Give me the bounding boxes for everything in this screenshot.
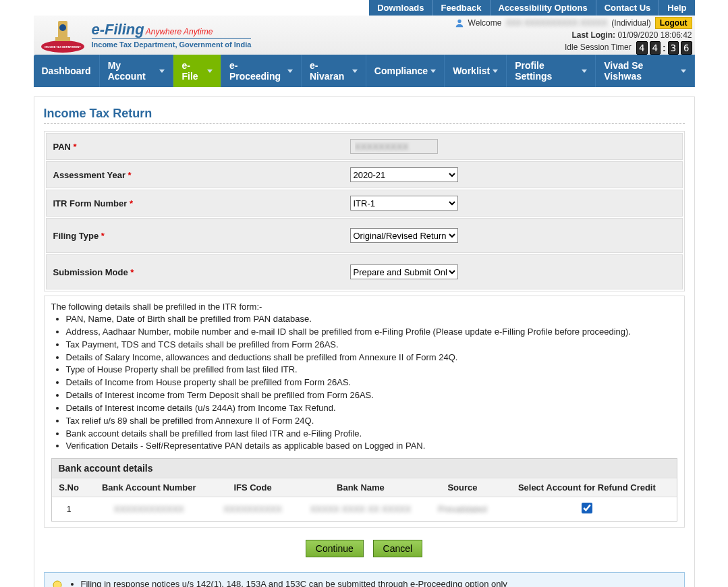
svg-text:INCOME TAX DEPARTMENT: INCOME TAX DEPARTMENT [45, 45, 81, 49]
bank-col: S.No [52, 478, 86, 497]
nav-e-file[interactable]: e-File [173, 55, 221, 87]
bank-col: Bank Account Number [86, 478, 212, 497]
info-intro: The following details shall be prefilled… [51, 302, 677, 312]
svg-point-3 [59, 24, 66, 31]
cancel-button[interactable]: Cancel [373, 540, 423, 557]
bank-table: S.NoBank Account NumberIFS CodeBank Name… [52, 478, 677, 521]
util-link-downloads[interactable]: Downloads [369, 0, 432, 16]
bank-heading: Bank account details [52, 459, 677, 478]
brand-subtitle: Income Tax Department, Government of Ind… [92, 38, 252, 49]
idle-timer-label: Idle Session Timer [565, 43, 632, 52]
info-block: The following details shall be prefilled… [44, 296, 685, 528]
info-item: PAN, Name, Date of Birth shall be prefil… [66, 313, 677, 326]
ay-select[interactable]: 2020-21 [350, 167, 458, 182]
util-link-help[interactable]: Help [659, 0, 694, 16]
nav-worklist[interactable]: Worklist [445, 55, 507, 87]
chevron-down-icon [352, 69, 358, 73]
page-title: Income Tax Return [44, 107, 685, 124]
user-name: XXX XXXXXXXXXX XXXXX [505, 18, 607, 28]
info-item: Tax Payment, TDS and TCS details shall b… [66, 339, 677, 352]
info-item: Bank account details shall be prefilled … [66, 428, 677, 441]
info-item: Details of Interest income details (u/s … [66, 402, 677, 415]
nav-e-nivaran[interactable]: e-Nivaran [302, 55, 366, 87]
user-icon [455, 18, 464, 28]
row-filing: Filing Type * Original/Revised Return [46, 218, 683, 253]
info-item: Tax relief u/s 89 shall be prefilled fro… [66, 415, 677, 428]
brand-title: e-FilingAnywhere Anytime [92, 22, 252, 37]
row-itr: ITR Form Number * ITR-1 [46, 190, 683, 217]
util-link-feedback[interactable]: Feedback [433, 0, 491, 16]
chevron-down-icon [430, 69, 436, 73]
tips-list: Filing in response notices u/s 142(1), 1… [69, 578, 675, 587]
idle-timer: 4 4 : 3 6 [636, 41, 692, 55]
svg-point-6 [53, 581, 61, 587]
last-login-value: 01/09/2020 18:06:42 [617, 30, 692, 40]
bulb-icon [51, 580, 63, 587]
chevron-down-icon [159, 69, 165, 73]
svg-rect-4 [55, 37, 70, 41]
user-box: Welcome XXX XXXXXXXXXX XXXXX (Individual… [455, 16, 695, 55]
table-row: 1XXXXXXXXXXXXXXXXXXXXXXXXXXX XXXX XX XXX… [52, 497, 677, 522]
bank-col: Source [428, 478, 498, 497]
util-link-accessibility-options[interactable]: Accessibility Options [491, 0, 596, 16]
user-role: (Individual) [611, 18, 651, 28]
nav-e-proceeding[interactable]: e-Proceeding [221, 55, 302, 87]
content-card: Income Tax Return PAN * Assessment Year … [34, 96, 695, 587]
itr-select[interactable]: ITR-1 [350, 196, 458, 211]
row-ay: Assessment Year * 2020-21 [46, 161, 683, 188]
nav-vivad-se-vishwas[interactable]: Vivad Se Vishwas [596, 55, 694, 87]
logout-button[interactable]: Logout [655, 17, 692, 29]
last-login-label: Last Login: [571, 30, 615, 40]
tip-item: Filing in response notices u/s 142(1), 1… [81, 578, 675, 587]
chevron-down-icon [493, 69, 498, 73]
nav-profile-settings[interactable]: Profile Settings [507, 55, 596, 87]
welcome-label: Welcome [468, 18, 502, 28]
bank-col: IFS Code [212, 478, 293, 497]
nav-compliance[interactable]: Compliance [366, 55, 445, 87]
svg-point-5 [457, 20, 461, 23]
bank-col: Bank Name [293, 478, 427, 497]
info-item: Details of Interest income from Term Dep… [66, 389, 677, 402]
nav-my-account[interactable]: My Account [100, 55, 174, 87]
info-item: Verification Details - Self/Representati… [66, 440, 677, 453]
info-item: Details of Salary Income, allowances and… [66, 352, 677, 364]
info-item: Type of House Property shall be prefille… [66, 364, 677, 376]
bank-table-wrap: Bank account details S.NoBank Account Nu… [51, 458, 677, 522]
tips-box: Filing in response notices u/s 142(1), 1… [44, 572, 685, 587]
filing-select[interactable]: Original/Revised Return [350, 228, 458, 243]
chevron-down-icon [207, 69, 213, 73]
chevron-down-icon [681, 69, 686, 73]
nav-dashboard[interactable]: Dashboard [34, 55, 100, 87]
emblem-logo: INCOME TAX DEPARTMENT [39, 17, 86, 53]
info-item: Details of Income from House property sh… [66, 376, 677, 389]
continue-button[interactable]: Continue [306, 540, 364, 557]
form-block: PAN * Assessment Year * 2020-21 ITR Form… [44, 131, 685, 291]
row-mode: Submission Mode * Prepare and Submit Onl… [46, 254, 683, 289]
refund-account-checkbox[interactable] [582, 503, 592, 513]
action-bar: Continue Cancel [44, 528, 685, 565]
util-link-contact-us[interactable]: Contact Us [596, 0, 660, 16]
mode-select[interactable]: Prepare and Submit Online [350, 264, 458, 279]
chevron-down-icon [582, 69, 587, 73]
utility-bar: DownloadsFeedbackAccessibility OptionsCo… [369, 0, 694, 16]
bank-col: Select Account for Refund Credit [497, 478, 676, 497]
pan-input[interactable] [350, 139, 438, 154]
main-nav: DashboardMy Accounte-Filee-Proceedinge-N… [34, 55, 695, 87]
info-item: Address, Aadhaar Number, mobile number a… [66, 326, 677, 339]
row-pan: PAN * [46, 133, 683, 160]
chevron-down-icon [287, 69, 293, 73]
header: INCOME TAX DEPARTMENT e-FilingAnywhere A… [34, 16, 695, 55]
info-list: PAN, Name, Date of Birth shall be prefil… [51, 313, 677, 453]
